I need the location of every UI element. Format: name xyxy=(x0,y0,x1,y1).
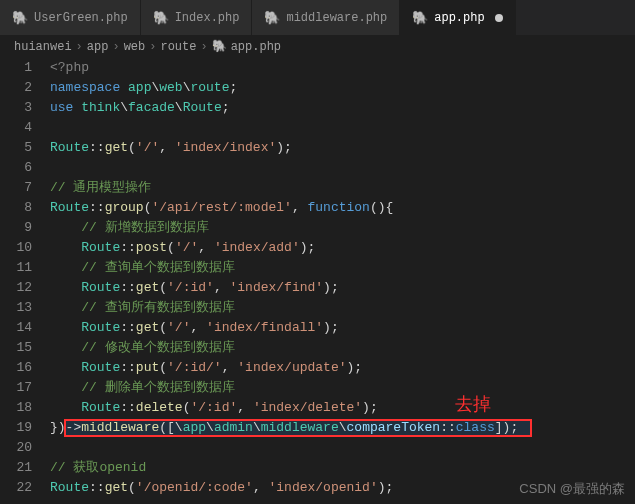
breadcrumb[interactable]: huianwei › app › web › route › 🐘 app.php xyxy=(0,35,635,58)
line-number: 14 xyxy=(0,318,32,338)
code-line[interactable]: <?php xyxy=(50,58,635,78)
php-icon: 🐘 xyxy=(153,10,169,26)
code-line[interactable]: Route::group('/api/rest/:model', functio… xyxy=(50,198,635,218)
breadcrumb-part: app.php xyxy=(231,40,281,54)
line-number: 16 xyxy=(0,358,32,378)
line-number: 17 xyxy=(0,378,32,398)
code-line[interactable]: use think\facade\Route; xyxy=(50,98,635,118)
line-gutter: 12345678910111213141516171819202122 xyxy=(0,58,50,498)
line-number: 7 xyxy=(0,178,32,198)
line-number: 11 xyxy=(0,258,32,278)
line-number: 12 xyxy=(0,278,32,298)
code-line[interactable]: Route::post('/', 'index/add'); xyxy=(50,238,635,258)
code-line[interactable]: // 通用模型操作 xyxy=(50,178,635,198)
tab-label: middleware.php xyxy=(286,11,387,25)
code-line[interactable] xyxy=(50,158,635,178)
tab-bar: 🐘 UserGreen.php 🐘 Index.php 🐘 middleware… xyxy=(0,0,635,35)
tab-app[interactable]: 🐘 app.php xyxy=(400,0,515,35)
line-number: 4 xyxy=(0,118,32,138)
tab-middleware[interactable]: 🐘 middleware.php xyxy=(252,0,400,35)
tab-index[interactable]: 🐘 Index.php xyxy=(141,0,253,35)
breadcrumb-part: route xyxy=(160,40,196,54)
php-icon: 🐘 xyxy=(264,10,280,26)
breadcrumb-part: huianwei xyxy=(14,40,72,54)
line-number: 3 xyxy=(0,98,32,118)
editor[interactable]: 12345678910111213141516171819202122 去掉 <… xyxy=(0,58,635,498)
chevron-right-icon: › xyxy=(200,40,207,54)
breadcrumb-part: web xyxy=(124,40,146,54)
code-line[interactable]: // 获取openid xyxy=(50,458,635,478)
tab-usergreen[interactable]: 🐘 UserGreen.php xyxy=(0,0,141,35)
code-line[interactable] xyxy=(50,438,635,458)
code-line[interactable]: Route::get('/', 'index/index'); xyxy=(50,138,635,158)
line-number: 22 xyxy=(0,478,32,498)
code-line[interactable]: Route::get('/', 'index/findall'); xyxy=(50,318,635,338)
line-number: 8 xyxy=(0,198,32,218)
tab-label: UserGreen.php xyxy=(34,11,128,25)
line-number: 15 xyxy=(0,338,32,358)
chevron-right-icon: › xyxy=(149,40,156,54)
code-line[interactable]: })->middleware([\app\admin\middleware\co… xyxy=(50,418,635,438)
code-line[interactable]: // 删除单个数据到数据库 xyxy=(50,378,635,398)
php-icon: 🐘 xyxy=(12,10,28,26)
code-line[interactable]: // 查询单个数据到数据库 xyxy=(50,258,635,278)
code-line[interactable]: Route::get('/:id', 'index/find'); xyxy=(50,278,635,298)
tab-label: Index.php xyxy=(175,11,240,25)
php-icon: 🐘 xyxy=(412,10,428,26)
unsaved-dot-icon xyxy=(495,14,503,22)
code-line[interactable]: Route::put('/:id/', 'index/update'); xyxy=(50,358,635,378)
line-number: 10 xyxy=(0,238,32,258)
code-line[interactable]: Route::delete('/:id', 'index/delete'); xyxy=(50,398,635,418)
code-line[interactable]: // 修改单个数据到数据库 xyxy=(50,338,635,358)
line-number: 21 xyxy=(0,458,32,478)
watermark: CSDN @最强的森 xyxy=(519,480,625,498)
code-line[interactable] xyxy=(50,118,635,138)
php-icon: 🐘 xyxy=(212,39,227,54)
line-number: 19 xyxy=(0,418,32,438)
tab-label: app.php xyxy=(434,11,484,25)
line-number: 9 xyxy=(0,218,32,238)
line-number: 2 xyxy=(0,78,32,98)
chevron-right-icon: › xyxy=(76,40,83,54)
line-number: 5 xyxy=(0,138,32,158)
code-line[interactable]: namespace app\web\route; xyxy=(50,78,635,98)
code-area[interactable]: 去掉 <?phpnamespace app\web\route;use thin… xyxy=(50,58,635,498)
line-number: 20 xyxy=(0,438,32,458)
breadcrumb-part: app xyxy=(87,40,109,54)
line-number: 6 xyxy=(0,158,32,178)
chevron-right-icon: › xyxy=(112,40,119,54)
code-line[interactable]: // 新增数据到数据库 xyxy=(50,218,635,238)
code-line[interactable]: // 查询所有数据到数据库 xyxy=(50,298,635,318)
line-number: 18 xyxy=(0,398,32,418)
line-number: 1 xyxy=(0,58,32,78)
line-number: 13 xyxy=(0,298,32,318)
